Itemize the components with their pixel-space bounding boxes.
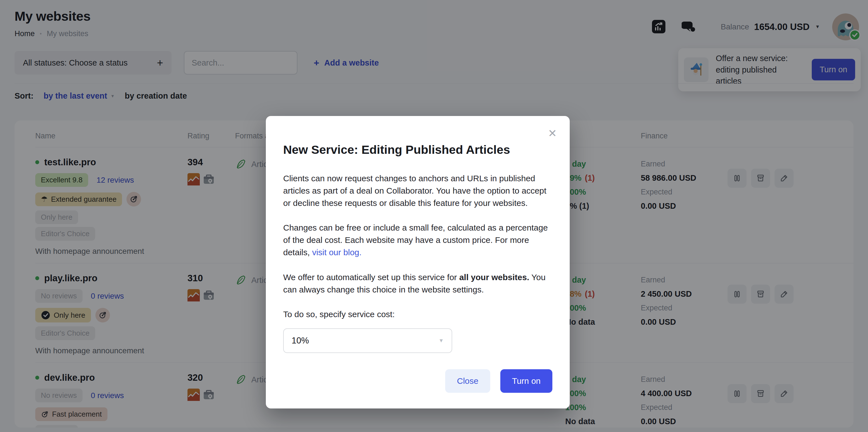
modal-close-button[interactable]: ✕ <box>548 127 557 140</box>
modal-paragraph-3-bold: all your websites. <box>459 272 529 282</box>
select-caret-icon: ▼ <box>438 338 444 344</box>
modal-paragraph-3: We offer to automatically set up this se… <box>283 271 552 296</box>
service-cost-select[interactable]: 10% ▼ <box>283 328 452 353</box>
modal-title: New Service: Editing Published Articles <box>283 143 552 156</box>
service-cost-value: 10% <box>291 336 309 346</box>
modal-paragraph-1: Clients can now request changes to ancho… <box>283 172 552 209</box>
modal-paragraph-4: To do so, specify service cost: <box>283 308 552 320</box>
modal-turn-on-button[interactable]: Turn on <box>500 369 552 393</box>
modal-footer: Close Turn on <box>283 369 552 393</box>
modal-paragraph-3-text: We offer to automatically set up this se… <box>283 272 459 282</box>
visit-blog-link[interactable]: visit our blog. <box>312 248 362 257</box>
new-service-modal: ✕ New Service: Editing Published Article… <box>266 116 570 408</box>
modal-paragraph-2: Changes can be free or include a small f… <box>283 222 552 259</box>
modal-close-action-button[interactable]: Close <box>445 369 490 393</box>
